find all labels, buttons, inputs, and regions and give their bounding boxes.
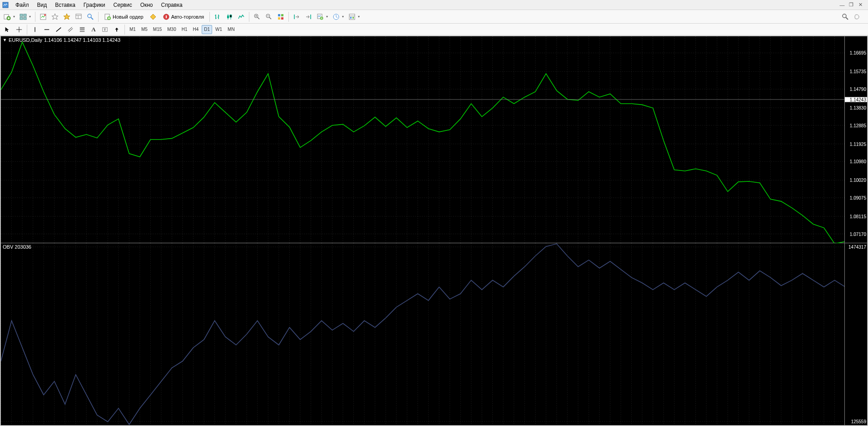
timeframe-mn[interactable]: MN [225, 25, 237, 34]
svg-point-8 [44, 14, 46, 16]
y-tick: 125559 [851, 419, 866, 424]
menu-service[interactable]: Сервис [110, 1, 136, 9]
price-y-axis: 1.166951.157351.147901.142431.138301.128… [844, 36, 867, 243]
timeframe-h1[interactable]: H1 [179, 25, 190, 34]
y-tick: 1.14790 [850, 87, 866, 92]
y-tick: 1.08115 [850, 214, 866, 219]
auto-scroll-button[interactable] [303, 11, 314, 22]
crosshair-button[interactable] [14, 25, 25, 34]
svg-rect-25 [227, 15, 229, 18]
indicator-chart[interactable]: OBV 203036 1474317125559 [1, 243, 867, 425]
horizontal-line-button[interactable] [41, 25, 52, 34]
svg-line-58 [69, 28, 73, 32]
metaeditor-button[interactable] [148, 11, 159, 22]
templates-button[interactable] [347, 11, 362, 22]
terminal-button[interactable] [73, 11, 84, 22]
timeframe-m30[interactable]: M30 [165, 25, 178, 34]
svg-line-33 [269, 17, 271, 19]
price-chart[interactable]: ▼ EURUSD,Daily 1.14106 1.14247 1.14103 1… [1, 36, 867, 243]
trendline-button[interactable] [53, 25, 64, 34]
y-tick: 1.14243 [845, 97, 867, 102]
profiles-button[interactable] [18, 11, 33, 22]
zoom-in-button[interactable] [252, 11, 263, 22]
svg-text:T: T [104, 27, 106, 31]
close-icon[interactable]: ✕ [857, 2, 863, 8]
symbol-text: EURUSD,Daily [9, 37, 42, 43]
timeframe-m1[interactable]: M1 [127, 25, 138, 34]
svg-line-51 [846, 17, 848, 20]
candlestick-button[interactable] [224, 11, 235, 22]
search-button[interactable] [840, 11, 851, 22]
text-label-button[interactable]: T [99, 25, 110, 34]
menu-window[interactable]: Окно [137, 1, 157, 9]
line-chart-button[interactable] [236, 11, 247, 22]
chart-window: ▼ EURUSD,Daily 1.14106 1.14247 1.14103 1… [0, 36, 868, 426]
menu-help[interactable]: Справка [158, 1, 186, 9]
indicator-label: OBV 203036 [3, 244, 31, 250]
indicators-button[interactable] [315, 11, 330, 22]
market-watch-button[interactable] [38, 11, 49, 22]
cursor-button[interactable] [2, 25, 13, 34]
menu-view[interactable]: Вид [34, 1, 51, 9]
price-plot [1, 36, 845, 243]
svg-line-56 [56, 27, 61, 31]
y-tick: 1.16695 [850, 50, 866, 55]
shift-end-button[interactable] [291, 11, 302, 22]
svg-rect-5 [20, 17, 23, 20]
mql-button[interactable] [852, 11, 863, 22]
bar-chart-button[interactable] [212, 11, 223, 22]
menu-charts[interactable]: Графики [80, 1, 109, 9]
menubar: Файл Вид Вставка Графики Сервис Окно Спр… [0, 0, 868, 10]
menu-insert[interactable]: Вставка [51, 1, 79, 9]
svg-rect-38 [281, 17, 283, 20]
y-tick: 1.07170 [850, 231, 866, 236]
obv-plot [1, 243, 845, 425]
timeframe-m5[interactable]: M5 [139, 25, 150, 34]
data-window-button[interactable] [61, 11, 72, 22]
minimize-icon[interactable]: — [839, 2, 845, 8]
timeframe-h4[interactable]: H4 [191, 25, 201, 34]
periods-button[interactable] [331, 11, 346, 22]
auto-trading-button[interactable]: Авто-торговля [159, 11, 208, 22]
new-order-button[interactable]: Новый ордер [101, 11, 147, 22]
svg-rect-4 [24, 14, 26, 16]
arrows-button[interactable] [111, 25, 122, 34]
strategy-tester-button[interactable] [85, 11, 96, 22]
ohlc-text: 1.14106 1.14247 1.14103 1.14243 [44, 37, 120, 43]
timeframe-m15[interactable]: M15 [151, 25, 164, 34]
y-tick: 1.15735 [850, 69, 866, 74]
new-chart-button[interactable] [2, 11, 17, 22]
vertical-line-button[interactable] [30, 25, 40, 34]
y-tick: 1.10980 [850, 159, 866, 164]
timeframe-d1[interactable]: D1 [202, 25, 212, 34]
menu-file[interactable]: Файл [12, 1, 33, 9]
app-icon [2, 1, 9, 9]
toolbar-drawing: A T M1M5M15M30H1H4D1W1MN [0, 24, 868, 35]
zoom-out-button[interactable] [263, 11, 274, 22]
text-button[interactable]: A [89, 25, 99, 34]
y-tick: 1.12885 [850, 123, 866, 128]
svg-rect-6 [24, 17, 26, 20]
svg-line-29 [258, 17, 259, 19]
auto-trading-label: Авто-торговля [171, 14, 204, 20]
timeframe-w1[interactable]: W1 [213, 25, 224, 34]
svg-rect-35 [278, 14, 280, 16]
svg-line-13 [91, 17, 93, 20]
new-order-label: Новый ордер [113, 14, 144, 20]
svg-rect-46 [349, 14, 355, 20]
fibonacci-button[interactable] [77, 25, 88, 34]
navigator-button[interactable] [50, 11, 60, 22]
equidistant-channel-button[interactable] [65, 25, 76, 34]
svg-rect-9 [76, 14, 81, 19]
svg-rect-49 [352, 17, 354, 19]
svg-rect-36 [281, 14, 283, 16]
svg-line-57 [68, 27, 72, 30]
svg-rect-37 [278, 17, 280, 20]
chart-menu-icon[interactable]: ▼ [3, 38, 7, 42]
obv-y-axis: 1474317125559 [844, 243, 867, 425]
maximize-icon[interactable]: ❐ [848, 2, 854, 8]
svg-point-50 [843, 14, 846, 18]
window-controls: — ❐ ✕ [839, 2, 866, 8]
tile-windows-button[interactable] [275, 11, 286, 22]
y-tick: 1474317 [848, 245, 866, 250]
